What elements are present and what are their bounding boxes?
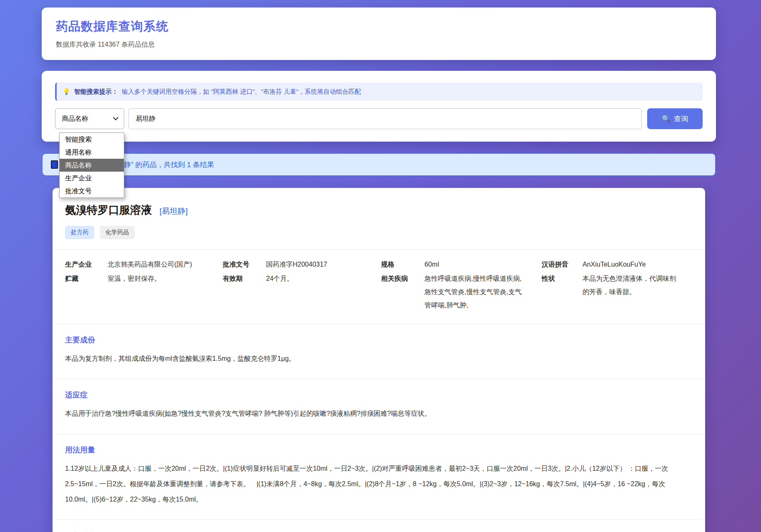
dropdown-option-generic-name[interactable]: 通用名称 [60, 146, 124, 159]
field-value: 急性呼吸道疾病,慢性呼吸道疾病,急性支气管炎,慢性支气管炎,支气管哮喘,肺气肿, [424, 272, 542, 312]
results-banner: 查询商品名称 "易坦静" 的药品，共找到 1 条结果 [42, 153, 716, 176]
field-value: 本品为无色澄清液体，代调味剂的芳香，味香甜。 [583, 272, 693, 299]
search-field-select[interactable]: 商品名称 [55, 108, 124, 129]
dropdown-option-approval-number[interactable]: 批准文号 [60, 185, 124, 197]
lightbulb-icon: 💡 [63, 88, 70, 95]
header-card: 药品数据库查询系统 数据库共收录 114367 条药品信息 [42, 7, 716, 60]
field-value: 室温，密封保存。 [108, 272, 223, 285]
database-count-subtitle: 数据库共收录 114367 条药品信息 [56, 40, 702, 49]
field-value: 24个月。 [266, 272, 381, 285]
dropdown-option-smart-search[interactable]: 智能搜索 [60, 133, 124, 146]
section-dosage: 用法用量 1.12岁以上儿童及成人：口服，一次20ml，一日2次。|(1)症状明… [53, 434, 705, 520]
clipboard-icon [51, 160, 58, 169]
search-card: 💡 智能搜索提示： 输入多个关键词用空格分隔，如 "阿莫西林 进口"、"布洛芬 … [42, 71, 716, 142]
magnifier-icon: 🔍 [662, 115, 671, 123]
section-heading: 适应症 [65, 390, 693, 400]
section-body: 本品用于治疗急?慢性呼吸道疾病(如急?慢性支气管炎?支气管哮喘? 肺气肿等)引起… [65, 406, 693, 421]
drug-header: 氨溴特罗口服溶液 [易坦静] 处方药 化学药品 [53, 203, 705, 239]
dropdown-option-manufacturer[interactable]: 生产企业 [60, 172, 124, 185]
field-label: 相关疾病 [381, 272, 424, 285]
section-main-ingredients: 主要成份 本品为复方制剂，其组成成份为每ml含盐酸氨溴索1.5mg，盐酸克仑特罗… [53, 324, 705, 379]
field-value: 北京韩美药品有限公司(国产) [108, 258, 223, 271]
select-value: 商品名称 [62, 115, 88, 123]
drug-tags: 处方药 化学药品 [65, 226, 693, 239]
section-body: 本品为复方制剂，其组成成份为每ml含盐酸氨溴索1.5mg，盐酸克仑特罗1μg。 [65, 351, 693, 366]
field-value: 国药准字H20040317 [266, 258, 381, 271]
field-label: 规格 [381, 258, 424, 271]
drug-info-grid: 生产企业 北京韩美药品有限公司(国产) 批准文号 国药准字H20040317 规… [53, 249, 705, 324]
chevron-down-icon [113, 115, 118, 120]
drug-name: 氨溴特罗口服溶液 [65, 204, 152, 216]
page-container: 药品数据库查询系统 数据库共收录 114367 条药品信息 💡 智能搜索提示： … [42, 0, 716, 532]
hint-label: 智能搜索提示： [74, 88, 118, 96]
field-label: 贮藏 [65, 272, 108, 285]
dropdown-option-trade-name[interactable]: 商品名称 [60, 159, 124, 172]
smart-search-hint: 💡 智能搜索提示： 输入多个关键词用空格分隔，如 "阿莫西林 进口"、"布洛芬 … [55, 82, 703, 101]
search-row: 商品名称 🔍 查询 [55, 108, 703, 129]
tag-prescription: 处方药 [65, 226, 94, 239]
section-heading: 主要成份 [65, 335, 693, 345]
field-label: 有效期 [223, 272, 266, 285]
drug-trade-name: [易坦静] [159, 207, 188, 215]
section-adverse-reactions: 不良反应 1.精神神经系统：偶见头痛手颤嗜睡不安头晕失眠四肢麻木等。|2.循环系… [53, 520, 705, 532]
page-title: 药品数据库查询系统 [56, 18, 702, 35]
field-label: 批准文号 [223, 258, 266, 271]
tag-chemical: 化学药品 [100, 226, 135, 239]
search-button[interactable]: 🔍 查询 [647, 108, 703, 129]
search-input[interactable] [128, 108, 642, 129]
search-button-label: 查询 [674, 114, 688, 124]
field-label: 生产企业 [65, 258, 108, 271]
field-label: 汉语拼音 [542, 258, 583, 271]
field-value: AnXiuTeLuoKouFuYe [583, 258, 693, 271]
section-indications: 适应症 本品用于治疗急?慢性呼吸道疾病(如急?慢性支气管炎?支气管哮喘? 肺气肿… [53, 379, 705, 434]
field-value: 60ml [424, 258, 542, 271]
section-body: 1.12岁以上儿童及成人：口服，一次20ml，一日2次。|(1)症状明显好转后可… [65, 461, 693, 507]
field-label: 性状 [542, 272, 583, 285]
hint-text: 输入多个关键词用空格分隔，如 "阿莫西林 进口"、"布洛芬 儿童"，系统将自动组… [122, 88, 361, 96]
search-field-dropdown: 智能搜索 通用名称 商品名称 生产企业 批准文号 [59, 132, 124, 198]
drug-detail-card: 氨溴特罗口服溶液 [易坦静] 处方药 化学药品 生产企业 北京韩美药品有限公司(… [53, 188, 705, 532]
section-heading: 用法用量 [65, 445, 693, 455]
